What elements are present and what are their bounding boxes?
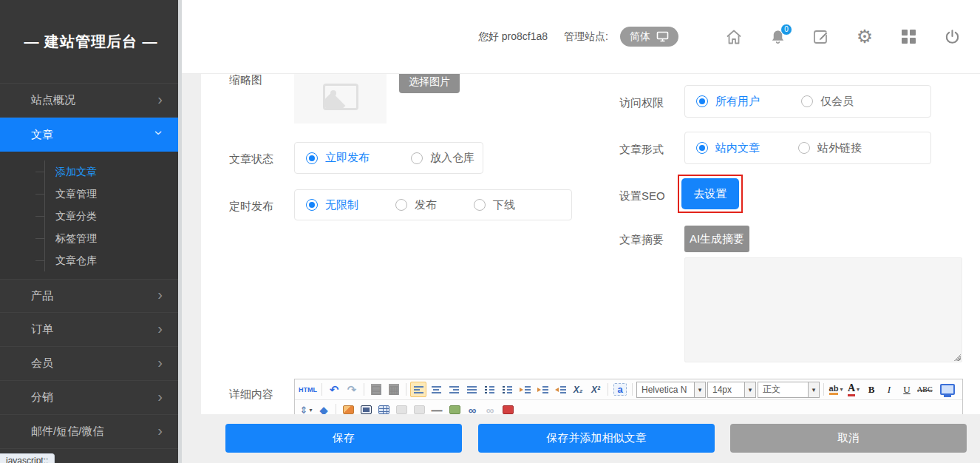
article-status-label: 文章状态	[229, 152, 273, 166]
home-icon[interactable]	[725, 28, 743, 46]
chevron-right-icon: ›	[157, 321, 163, 336]
seo-setup-button[interactable]: 去设置	[681, 178, 739, 209]
apps-grid-icon[interactable]	[899, 28, 917, 46]
sidebar-item-article-manage[interactable]: 文章管理	[0, 183, 182, 205]
split-cells-icon	[411, 402, 427, 415]
summary-textarea[interactable]	[684, 257, 962, 362]
underline-icon[interactable]: U	[899, 382, 915, 397]
scheduled-label: 定时发布	[229, 200, 273, 214]
fullscreen-icon[interactable]	[940, 384, 955, 395]
format-eraser-icon[interactable]: ◆	[316, 402, 332, 415]
notifications-bell-icon[interactable]: 0	[769, 28, 786, 46]
merge-cells-icon	[393, 402, 409, 415]
unordered-list-icon[interactable]	[499, 382, 515, 397]
undo-icon[interactable]: ↶	[326, 382, 342, 397]
horizontal-rule-icon[interactable]: —	[429, 402, 445, 415]
thumbnail-label: 缩略图	[229, 74, 262, 87]
radio-selected-icon	[696, 95, 708, 107]
sidebar-item-mail-sms-wechat[interactable]: 邮件/短信/微信 ›	[0, 415, 182, 449]
first-line-indent-icon[interactable]	[517, 382, 533, 397]
html-source-icon[interactable]: HTML	[298, 382, 318, 397]
toolbar-separator	[406, 383, 406, 396]
sidebar-item-articles[interactable]: 文章 ›	[0, 118, 182, 152]
access-group: 所有用户 仅会员	[684, 85, 931, 118]
edit-icon[interactable]	[812, 28, 830, 46]
radio-publish-now[interactable]: 立即发布	[306, 151, 370, 165]
article-form-label: 文章形式	[619, 143, 664, 157]
sidebar-item-add-article[interactable]: 添加文章	[0, 160, 182, 183]
sidebar-item-article-category[interactable]: 文章分类	[0, 205, 182, 227]
sidebar-item-members[interactable]: 会员 ›	[0, 347, 182, 381]
redo-icon[interactable]: ↷	[344, 382, 360, 397]
font-color-icon[interactable]: A▾	[845, 382, 862, 397]
settings-gear-icon[interactable]: ⚙	[856, 28, 874, 46]
logout-power-icon[interactable]	[943, 28, 961, 46]
sidebar-scrollbar[interactable]	[178, 0, 182, 463]
radio-no-limit[interactable]: 无限制	[306, 198, 358, 212]
chevron-down-icon: ›	[153, 130, 168, 135]
language-toggle-button[interactable]: 简体	[620, 27, 678, 47]
subscript-icon[interactable]: X₂	[570, 382, 586, 397]
ordered-list-icon[interactable]	[481, 382, 497, 397]
sidebar-item-tag-manage[interactable]: 标签管理	[0, 227, 182, 249]
ai-generate-summary-button[interactable]: AI生成摘要	[684, 226, 749, 252]
save-and-add-similar-button[interactable]: 保存并添加相似文章	[478, 424, 715, 453]
line-height-icon[interactable]: ⇕▾	[298, 402, 314, 415]
save-button[interactable]: 保存	[225, 424, 462, 453]
toolbar-separator	[608, 383, 608, 396]
toolbar-separator	[632, 383, 633, 396]
bold-icon[interactable]: B	[863, 382, 879, 397]
link-status-tooltip: javascript:;	[0, 453, 55, 463]
scheduled-group: 无限制 发布 下线	[294, 189, 572, 220]
notification-badge: 0	[780, 24, 792, 36]
radio-unselected-icon	[474, 199, 486, 211]
sidebar-item-distribution[interactable]: 分销 ›	[0, 381, 182, 415]
editor-toolbar-row1: HTML ↶ ↷ ▤ ▦ X₂ X² a	[295, 379, 962, 399]
paste-text-icon[interactable]: ▦	[386, 382, 402, 397]
select-caret-icon: ▾	[744, 382, 755, 397]
rich-text-editor: HTML ↶ ↷ ▤ ▦ X₂ X² a	[294, 379, 963, 414]
insert-table-icon[interactable]	[375, 402, 392, 415]
sidebar-item-orders[interactable]: 订单 ›	[0, 313, 182, 347]
align-right-icon[interactable]	[446, 382, 462, 397]
font-size-select[interactable]: 14px ▾	[707, 382, 756, 398]
superscript-icon[interactable]: X²	[588, 382, 604, 397]
chevron-right-icon: ›	[157, 423, 163, 438]
align-center-icon[interactable]	[428, 382, 444, 397]
radio-onsite-article[interactable]: 站内文章	[696, 141, 760, 155]
font-family-select[interactable]: Helvetica N ▾	[636, 382, 706, 398]
justify-icon[interactable]	[463, 382, 480, 397]
insert-image-icon[interactable]	[340, 402, 356, 415]
italic-icon[interactable]: I	[881, 382, 897, 397]
sidebar-item-site-overview[interactable]: 站点概况 ›	[0, 84, 182, 118]
insert-link-icon[interactable]: ∞	[464, 402, 480, 415]
cancel-button[interactable]: 取消	[730, 424, 967, 453]
strikethrough-icon[interactable]: ABC	[916, 382, 933, 397]
radio-publish-time[interactable]: 发布	[395, 198, 437, 212]
thumbnail-preview[interactable]	[294, 74, 387, 124]
align-left-icon[interactable]	[410, 382, 426, 397]
radio-unselected-icon	[798, 142, 810, 154]
paragraph-format-select[interactable]: 正文 ▾	[758, 382, 820, 398]
seo-highlight-box: 去设置	[678, 175, 743, 213]
sidebar-item-article-warehouse[interactable]: 文章仓库	[0, 249, 182, 271]
highlight-color-icon[interactable]: ab▾	[828, 382, 844, 397]
print-icon[interactable]: ▤	[368, 382, 384, 397]
choose-image-button[interactable]: 选择图片	[399, 74, 460, 93]
radio-members-only[interactable]: 仅会员	[801, 95, 854, 109]
insert-map-icon[interactable]	[446, 402, 463, 415]
insert-flash-icon[interactable]	[500, 402, 516, 415]
chevron-right-icon: ›	[157, 287, 163, 302]
anchor-icon[interactable]: a	[612, 382, 628, 397]
article-form-card: 缩略图 选择图片 文章状态 立即发布 放入仓库 定时发布 无限制	[201, 74, 980, 414]
remove-link-icon: ∞	[482, 402, 498, 415]
radio-to-warehouse[interactable]: 放入仓库	[411, 151, 474, 165]
outdent-icon[interactable]	[552, 382, 568, 397]
radio-external-link[interactable]: 站外链接	[798, 141, 862, 155]
indent-icon[interactable]	[534, 382, 551, 397]
article-status-group: 立即发布 放入仓库	[294, 142, 483, 174]
sidebar-item-products[interactable]: 产品 ›	[0, 279, 182, 313]
radio-all-users[interactable]: 所有用户	[696, 95, 760, 109]
radio-offline-time[interactable]: 下线	[474, 198, 515, 212]
insert-video-icon[interactable]	[358, 402, 374, 415]
